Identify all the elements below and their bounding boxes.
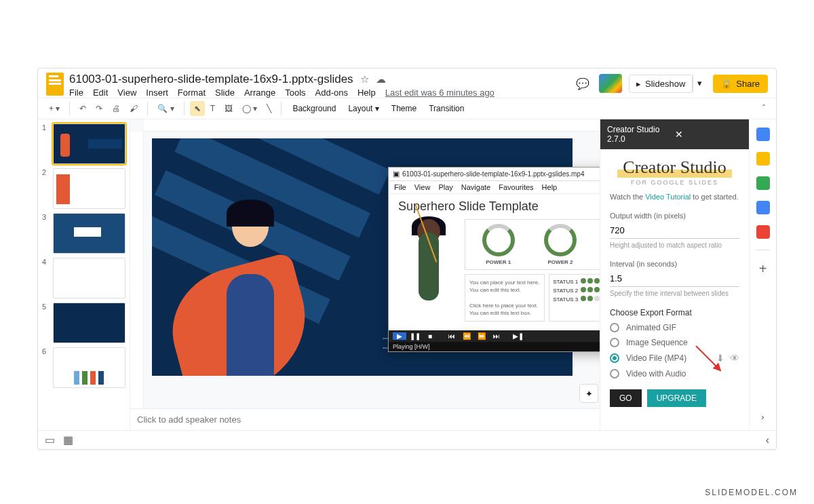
player-menu-view[interactable]: View <box>414 183 431 191</box>
player-play-button[interactable]: ▶ <box>393 332 406 340</box>
menu-tools[interactable]: Tools <box>285 88 305 98</box>
menu-arrange[interactable]: Arrange <box>244 88 275 98</box>
interval-input[interactable] <box>610 271 739 287</box>
player-forward-button[interactable]: ⏩ <box>476 332 488 340</box>
format-label: Choose Export Format <box>610 308 739 317</box>
hide-rail-icon[interactable]: › <box>761 412 764 422</box>
player-menu-play[interactable]: Play <box>438 183 452 191</box>
player-app-icon: ▣ <box>393 170 400 178</box>
slide-thumb-1[interactable] <box>53 123 125 164</box>
menu-file[interactable]: File <box>69 88 83 98</box>
print-button[interactable]: 🖨 <box>108 101 124 116</box>
side-panel-rail: + › <box>749 119 776 430</box>
menu-format[interactable]: Format <box>178 88 206 98</box>
width-input[interactable] <box>610 222 739 239</box>
paint-format-button[interactable]: 🖌 <box>125 101 142 116</box>
horizontal-ruler <box>144 119 600 132</box>
video-hero-illustration <box>398 219 459 328</box>
menu-help[interactable]: Help <box>357 88 376 98</box>
sidebar-close-icon[interactable]: ✕ <box>675 129 743 140</box>
redo-button[interactable]: ↷ <box>92 101 106 116</box>
video-tutorial-link[interactable]: Video Tutorial <box>645 193 691 201</box>
player-titlebar[interactable]: ▣ 61003-01-superhero-slide-template-16x9… <box>389 168 600 181</box>
slide-thumb-4[interactable] <box>53 258 125 298</box>
slide-canvas[interactable]: RO ▣ 61003-01-superhero-slide-template-1… <box>130 119 600 430</box>
keep-icon[interactable] <box>756 152 770 166</box>
player-menu-favourites[interactable]: Favourites <box>499 183 533 191</box>
select-tool[interactable]: ⬉ <box>190 101 205 116</box>
download-icon[interactable]: ⬇ <box>716 353 724 364</box>
star-icon[interactable]: ☆ <box>360 73 369 85</box>
undo-button[interactable]: ↶ <box>75 101 90 116</box>
image-tool[interactable]: 🖼 <box>220 101 237 116</box>
player-video-area: Superhero Slide Template POWER 1 POWER 2… <box>389 194 600 330</box>
google-slides-app: 61003-01-superhero-slide-template-16x9-1… <box>37 68 777 450</box>
slide-thumb-6[interactable] <box>53 347 125 388</box>
document-title[interactable]: 61003-01-superhero-slide-template-16x9-1… <box>69 73 353 86</box>
interval-label: Interval (in seconds) <box>610 260 739 268</box>
tasks-icon[interactable] <box>756 176 770 190</box>
menu-slide[interactable]: Slide <box>215 88 235 98</box>
thumb-number: 1 <box>42 123 49 164</box>
player-step-button[interactable]: ▶❚ <box>512 332 524 340</box>
explore-button[interactable]: ✦ <box>579 384 598 403</box>
slide-thumb-3[interactable] <box>53 213 125 254</box>
textbox-tool[interactable]: T <box>206 101 219 116</box>
slide-thumb-5[interactable] <box>53 303 125 343</box>
upgrade-button[interactable]: UPGRADE <box>647 389 706 407</box>
slideshow-dropdown[interactable]: ▾ <box>693 75 706 93</box>
shape-tool[interactable]: ◯ ▾ <box>238 101 261 116</box>
player-menubar: File View Play Navigate Favourites Help <box>389 181 600 194</box>
slideshow-button[interactable]: ▸ Slideshow <box>629 75 693 93</box>
interval-help: Specify the time interval between slides <box>610 290 739 297</box>
collapse-filmstrip-icon[interactable]: ‹ <box>766 434 769 446</box>
grid-view-icon[interactable]: ▦ <box>63 433 73 446</box>
speaker-notes-placeholder[interactable]: Click to add speaker notes <box>137 414 241 425</box>
slide-thumb-2[interactable] <box>53 168 125 209</box>
filmstrip-view-icon[interactable]: ▭ <box>45 433 55 446</box>
format-audio-radio[interactable]: Video with Audio <box>610 369 739 379</box>
menu-addons[interactable]: Add-ons <box>315 88 348 98</box>
zoom-button[interactable]: 🔍 ▾ <box>153 101 178 116</box>
player-next-button[interactable]: ⏭ <box>490 332 503 340</box>
go-button[interactable]: GO <box>610 389 642 407</box>
format-mp4-radio[interactable]: Video File (MP4) ⬇ 👁 <box>610 353 739 364</box>
sidebar-title: Creator Studio 2.7.0 <box>607 125 675 144</box>
meet-button[interactable] <box>599 74 622 93</box>
add-addon-icon[interactable]: + <box>759 261 767 277</box>
maps-icon[interactable] <box>756 225 770 239</box>
player-menu-help[interactable]: Help <box>542 183 558 191</box>
player-rewind-button[interactable]: ⏪ <box>461 332 473 340</box>
cloud-status-icon[interactable]: ☁ <box>376 73 386 85</box>
last-edit-link[interactable]: Last edit was 6 minutes ago <box>385 88 495 98</box>
share-button[interactable]: 🔒 Share <box>713 75 768 93</box>
player-state: Playing [H/W] <box>393 343 430 350</box>
player-menu-navigate[interactable]: Navigate <box>461 183 490 191</box>
theme-button[interactable]: Theme <box>386 101 422 116</box>
player-menu-file[interactable]: File <box>394 183 406 191</box>
player-stop-button[interactable]: ■ <box>424 332 436 340</box>
comments-icon[interactable]: 💬 <box>573 74 592 93</box>
menu-bar: File Edit View Insert Format Slide Arran… <box>69 88 568 98</box>
menu-insert[interactable]: Insert <box>146 88 168 98</box>
sidebar-watch-text: Watch the Video Tutorial to get started. <box>610 193 739 201</box>
contacts-icon[interactable] <box>756 201 770 214</box>
menu-edit[interactable]: Edit <box>93 88 108 98</box>
transition-button[interactable]: Transition <box>423 101 469 116</box>
collapse-toolbar-icon[interactable]: ˆ <box>758 101 769 116</box>
new-slide-button[interactable]: + ▾ <box>45 101 64 116</box>
format-seq-radio[interactable]: Image Sequence <box>610 338 739 347</box>
player-pause-button[interactable]: ❚❚ <box>409 332 421 340</box>
format-gif-radio[interactable]: Animated GIF <box>610 323 739 332</box>
media-player-window[interactable]: ▣ 61003-01-superhero-slide-template-16x9… <box>388 167 600 352</box>
player-prev-button[interactable]: ⏮ <box>446 332 458 340</box>
menu-view[interactable]: View <box>117 88 136 98</box>
calendar-icon[interactable] <box>756 128 770 141</box>
width-help: Height adjusted to match aspect ratio <box>610 241 739 249</box>
preview-icon[interactable]: 👁 <box>730 353 739 364</box>
layout-button[interactable]: Layout ▾ <box>343 101 384 116</box>
background-button[interactable]: Background <box>287 101 341 116</box>
play-icon: ▸ <box>636 79 641 89</box>
player-statusbar: Playing [H/W] 00:17 / 00:22 ⚙ <box>389 342 600 351</box>
line-tool[interactable]: ╲ <box>263 101 275 116</box>
